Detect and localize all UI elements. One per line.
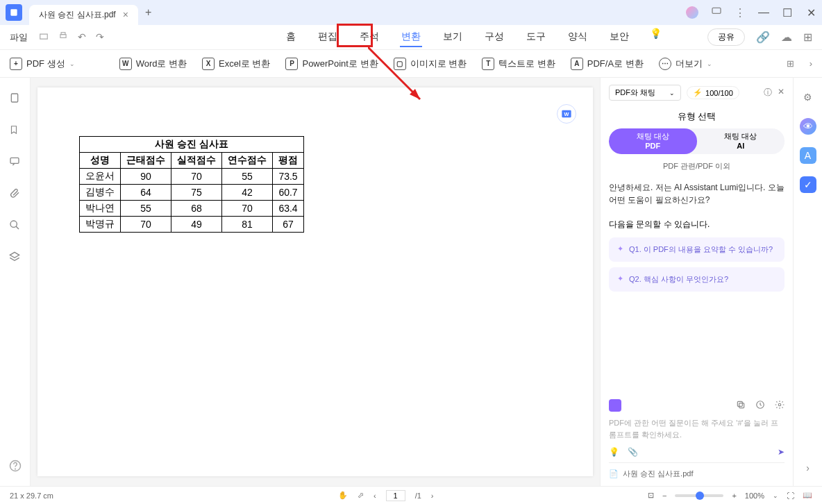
chat-file-reference[interactable]: 📄 사원 승진 심사표.pdf xyxy=(609,462,785,479)
layers-icon[interactable] xyxy=(9,251,22,264)
chat-greeting: 안녕하세요. 저는 AI Assistant Lumi입니다. 오늘 어떤 도움… xyxy=(609,181,785,206)
lightbulb-icon[interactable]: 💡 xyxy=(609,447,619,457)
lightbulb-icon[interactable]: 💡 xyxy=(650,28,662,47)
maximize-button[interactable]: ☐ xyxy=(782,7,793,18)
check-icon[interactable]: ✓ xyxy=(800,176,816,193)
translate-icon[interactable]: A xyxy=(800,147,816,164)
feedback-icon[interactable] xyxy=(711,6,722,19)
bookmark-icon[interactable] xyxy=(9,124,22,136)
svg-rect-14 xyxy=(737,401,742,406)
window-icon[interactable]: ⊞ xyxy=(803,31,812,44)
history-icon[interactable] xyxy=(755,400,765,412)
close-tab-icon[interactable]: × xyxy=(123,9,128,20)
chat-mode-dropdown[interactable]: PDF와 채팅 ⌄ xyxy=(609,85,681,101)
menu-form[interactable]: 양식 xyxy=(567,28,589,47)
user-avatar-icon[interactable] xyxy=(686,6,698,19)
expand-right-icon[interactable]: › xyxy=(810,58,812,69)
menu-convert[interactable]: 변환 xyxy=(400,28,422,47)
to-word-button[interactable]: W Word로 변환 xyxy=(119,58,187,70)
info-icon[interactable]: ⓘ xyxy=(764,87,772,99)
suggestion-1[interactable]: ✦ Q1. 이 PDF의 내용을 요약할 수 있습니까? xyxy=(609,237,785,262)
ai-robot-icon[interactable]: 👁 xyxy=(800,118,816,135)
attachment-icon[interactable] xyxy=(9,187,22,200)
hand-tool-icon[interactable]: ✋ xyxy=(338,491,348,500)
to-text-button[interactable]: T 텍스트로 변환 xyxy=(482,58,555,70)
next-page-icon[interactable]: › xyxy=(431,492,434,500)
page-total: /1 xyxy=(415,492,421,500)
table-row: 김병수64754260.7 xyxy=(80,185,304,201)
more-button[interactable]: ⋯ 더보기 ⌄ xyxy=(659,58,712,70)
comment-icon[interactable] xyxy=(9,156,22,168)
page-dimensions: 21 x 29.7 cm xyxy=(10,492,53,500)
zoom-slider[interactable] xyxy=(675,494,723,497)
prev-page-icon[interactable]: ‹ xyxy=(374,492,376,500)
chevron-down-icon: ⌄ xyxy=(707,60,712,67)
text-icon: T xyxy=(482,58,494,70)
undo-icon[interactable]: ↶ xyxy=(78,31,86,43)
document-viewport[interactable]: W 사원 승진 심사표 성명 근태점수 실적점수 연수점수 평점 오윤서9070… xyxy=(31,78,600,486)
help-icon[interactable] xyxy=(9,460,22,472)
add-tab-button[interactable]: + xyxy=(145,6,151,19)
file-menu[interactable]: 파일 xyxy=(10,31,28,44)
copy-icon[interactable] xyxy=(736,400,746,412)
menu-home[interactable]: 홈 xyxy=(285,28,297,47)
table-header-row: 성명 근태점수 실적점수 연수점수 평점 xyxy=(80,153,304,169)
close-button[interactable]: ✕ xyxy=(805,7,816,18)
word-icon: W xyxy=(119,58,132,70)
page-number-input[interactable] xyxy=(386,490,405,501)
tab-chat-pdf[interactable]: 채팅 대상 PDF xyxy=(609,128,697,154)
left-sidebar xyxy=(0,78,31,486)
ppt-icon: P xyxy=(285,58,298,70)
share-button[interactable]: 공유 xyxy=(707,28,745,46)
search-icon[interactable] xyxy=(9,219,22,232)
redo-icon[interactable]: ↷ xyxy=(96,31,104,43)
create-pdf-button[interactable]: + PDF 생성 ⌄ xyxy=(10,58,75,70)
send-button[interactable]: ➤ xyxy=(778,447,785,457)
menu-comment[interactable]: 주석 xyxy=(358,28,380,47)
collapse-rail-icon[interactable]: › xyxy=(800,460,816,476)
chat-input-placeholder[interactable]: PDF에 관한 어떤 질문이든 해 주세요 '#'을 눌러 프롬프트를 확인하세… xyxy=(609,417,785,440)
suggestion-2[interactable]: ✦ Q2. 핵심 사항이 무엇인가요? xyxy=(609,267,785,292)
tab-chat-ai[interactable]: 채팅 대상 AI xyxy=(697,128,785,154)
more-icon[interactable]: ⋮ xyxy=(735,6,746,19)
menu-tools[interactable]: 도구 xyxy=(525,28,547,47)
fit-page-icon[interactable]: ⊡ xyxy=(648,491,654,500)
close-panel-icon[interactable]: ✕ xyxy=(778,87,785,99)
menu-edit[interactable]: 편집 xyxy=(317,28,339,47)
read-mode-icon[interactable]: 📖 xyxy=(803,491,812,500)
fullscreen-icon[interactable]: ⛶ xyxy=(787,492,794,500)
plus-icon: + xyxy=(10,58,22,70)
open-icon[interactable] xyxy=(39,31,49,43)
credit-badge: ⚡ 100/100 xyxy=(687,86,739,99)
chevron-down-icon[interactable]: ⌄ xyxy=(773,492,778,499)
menu-organize[interactable]: 구성 xyxy=(483,28,505,47)
cloud-icon[interactable]: ☁ xyxy=(781,31,792,44)
menu-view[interactable]: 보기 xyxy=(442,28,464,47)
zoom-in-icon[interactable]: + xyxy=(732,492,736,500)
word-float-button[interactable]: W xyxy=(557,104,576,124)
svg-rect-7 xyxy=(10,158,19,163)
document-tab[interactable]: 사원 승진 심사표.pdf × xyxy=(29,5,138,25)
select-tool-icon[interactable]: ⬀ xyxy=(358,491,364,500)
link-icon[interactable]: 🔗 xyxy=(756,31,770,44)
to-pdfa-button[interactable]: A PDF/A로 변환 xyxy=(571,58,644,70)
to-image-button[interactable]: ▢ 이미지로 변환 xyxy=(394,58,467,70)
attach-icon[interactable]: 📎 xyxy=(628,447,638,457)
zoom-value[interactable]: 100% xyxy=(745,492,764,500)
document-page: W 사원 승진 심사표 성명 근태점수 실적점수 연수점수 평점 오윤서9070… xyxy=(37,87,593,476)
menu-protect[interactable]: 보안 xyxy=(608,28,630,47)
minimize-button[interactable]: — xyxy=(758,7,769,18)
table-row: 오윤서90705573.5 xyxy=(80,169,304,185)
panel-toggle-icon[interactable]: ⊞ xyxy=(787,58,794,69)
zoom-out-icon[interactable]: − xyxy=(662,492,666,500)
svg-point-8 xyxy=(10,221,17,227)
table-row: 박나연55687063.4 xyxy=(80,201,304,217)
settings-slider-icon[interactable]: ⚙ xyxy=(800,89,816,106)
to-excel-button[interactable]: X Excel로 변환 xyxy=(202,58,270,70)
settings-icon[interactable] xyxy=(775,400,785,412)
template-icon[interactable] xyxy=(609,399,621,412)
to-ppt-button[interactable]: P PowerPoint로 변환 xyxy=(285,58,378,70)
svg-text:W: W xyxy=(564,111,569,117)
thumbnail-icon[interactable] xyxy=(9,92,22,104)
print-icon[interactable] xyxy=(58,31,68,43)
